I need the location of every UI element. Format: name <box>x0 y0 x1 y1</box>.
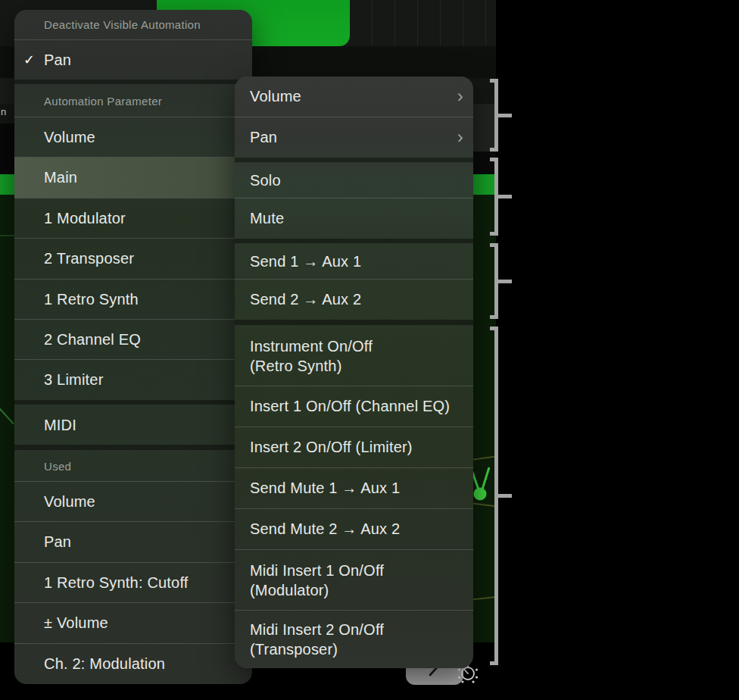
submenu-item-send1-aux1[interactable]: Send 1 → Aux 1 <box>235 244 473 279</box>
submenu-item-pan[interactable]: Pan › <box>235 117 473 158</box>
checkmark-icon: ✓ <box>23 52 35 68</box>
submenu-item-volume[interactable]: Volume › <box>235 77 473 117</box>
submenu-item-label: Volume <box>250 88 301 105</box>
chevron-right-icon: › <box>457 126 463 147</box>
track-label-fragment: n <box>1 106 6 117</box>
menu-item-3-limiter[interactable]: 3 Limiter <box>14 360 252 400</box>
submenu-item-label-line1: Instrument On/Off <box>250 336 373 356</box>
menu-item-2-transposer[interactable]: 2 Transposer <box>14 239 252 279</box>
submenu-item-instrument-onoff[interactable]: Instrument On/Off (Retro Synth) <box>235 326 473 386</box>
automation-line-fragment <box>0 235 14 236</box>
grid-lines <box>350 0 496 46</box>
submenu-item-insert1-onoff[interactable]: Insert 1 On/Off (Channel EQ) <box>235 386 473 427</box>
menu-item-label: Pan <box>44 52 71 69</box>
section-header-used: Used <box>14 451 252 481</box>
callout-bracket-1 <box>490 79 512 152</box>
menu-item-pan-checked[interactable]: ✓ Pan <box>14 40 252 80</box>
menu-item-plusminus-volume[interactable]: ± Volume <box>14 603 252 643</box>
submenu-item-solo[interactable]: Solo <box>235 163 473 198</box>
menu-item-main-selected[interactable]: Main <box>14 158 252 198</box>
submenu-item-insert2-onoff[interactable]: Insert 2 On/Off (Limiter) <box>235 427 473 467</box>
submenu-item-midi-insert2-onoff[interactable]: Midi Insert 2 On/Off (Transposer) <box>235 611 473 668</box>
menu-item-1-retro-synth[interactable]: 1 Retro Synth <box>14 280 252 319</box>
submenu-item-send2-aux2[interactable]: Send 2 → Aux 2 <box>235 280 473 320</box>
submenu-item-label: Pan <box>250 129 277 146</box>
section-gap <box>14 400 252 405</box>
submenu-item-mute[interactable]: Mute <box>235 198 473 239</box>
automation-menu: Deactivate Visible Automation ✓ Pan Auto… <box>14 10 252 684</box>
menu-item-retro-synth-cutoff[interactable]: 1 Retro Synth: Cutoff <box>14 563 252 602</box>
main-parameter-submenu: Volume › Pan › Solo Mute Send 1 → Aux 1 … <box>235 77 473 668</box>
chevron-right-icon: › <box>457 85 463 106</box>
menu-item-volume[interactable]: Volume <box>14 117 252 157</box>
submenu-item-midi-insert1-onoff[interactable]: Midi Insert 1 On/Off (Modulator) <box>235 550 473 610</box>
menu-item-used-volume[interactable]: Volume <box>14 482 252 521</box>
section-gap <box>14 80 252 85</box>
submenu-item-send-mute2[interactable]: Send Mute 2 → Aux 2 <box>235 509 473 549</box>
section-gap <box>235 239 473 244</box>
submenu-item-label-line1: Midi Insert 1 On/Off <box>250 561 384 580</box>
track-header-fragment <box>0 78 14 104</box>
submenu-item-send-mute1[interactable]: Send Mute 1 → Aux 1 <box>235 468 473 508</box>
callout-bracket-2 <box>490 158 512 236</box>
track-header-fragment <box>0 123 14 174</box>
section-gap <box>14 445 252 451</box>
submenu-item-label-line2: (Transposer) <box>250 639 338 659</box>
submenu-item-label-line2: (Modulator) <box>250 580 329 600</box>
callout-bracket-4 <box>490 327 512 665</box>
callout-bracket-3 <box>490 243 512 319</box>
submenu-item-label-line1: Midi Insert 2 On/Off <box>250 620 384 639</box>
menu-item-midi[interactable]: MIDI <box>14 405 252 445</box>
section-gap <box>235 158 473 163</box>
menu-item-used-pan[interactable]: Pan <box>14 522 252 562</box>
submenu-item-label-line2: (Retro Synth) <box>250 356 342 376</box>
menu-item-deactivate-visible-automation[interactable]: Deactivate Visible Automation <box>14 10 252 39</box>
menu-item-ch2-modulation[interactable]: Ch. 2: Modulation <box>14 644 252 684</box>
menu-item-1-modulator[interactable]: 1 Modulator <box>14 198 252 238</box>
section-header-automation-parameter: Automation Parameter <box>14 85 252 117</box>
menu-item-2-channel-eq[interactable]: 2 Channel EQ <box>14 320 252 359</box>
section-gap <box>235 320 473 326</box>
